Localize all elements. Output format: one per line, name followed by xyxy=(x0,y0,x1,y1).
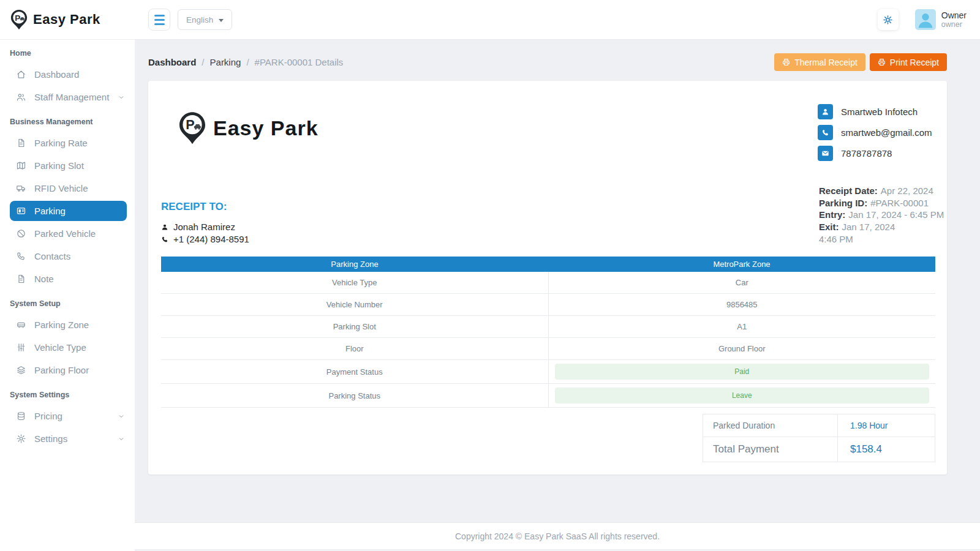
receipt-info-block: Receipt Date:Apr 22, 2024 Parking ID:#PA… xyxy=(819,185,935,246)
thermal-receipt-label: Thermal Receipt xyxy=(794,58,858,67)
chevron-down-icon xyxy=(118,413,125,420)
receipt-brand-name: Easy Park xyxy=(213,116,318,140)
sidebar-item-label: Parking Slot xyxy=(34,160,84,171)
person-icon xyxy=(818,104,833,119)
summary-value: $158.4 xyxy=(838,437,935,462)
breadcrumb: Dashboard / Parking / #PARK-00001 Detail… xyxy=(148,57,343,67)
language-dropdown[interactable]: English xyxy=(178,9,232,30)
sidebar-item-parking-zone[interactable]: Parking Zone xyxy=(0,313,135,336)
sidebar-item-label: Staff Management xyxy=(34,92,109,102)
entry-row: Entry:Jan 17, 2024 - 6:45 PM xyxy=(819,209,935,221)
exit-row: Exit:Jan 17, 2024 xyxy=(819,221,935,233)
printer-icon xyxy=(782,58,790,66)
pin-letter: P xyxy=(186,117,194,132)
sidebar-item-parking-slot[interactable]: Parking Slot xyxy=(0,154,135,177)
sidebar-item-note[interactable]: Note xyxy=(0,268,135,290)
caret-down-icon xyxy=(219,19,224,22)
row-value: A1 xyxy=(548,316,935,338)
company-phone: 7878787878 xyxy=(841,148,892,159)
breadcrumb-dashboard[interactable]: Dashboard xyxy=(148,57,196,67)
breadcrumb-parking[interactable]: Parking xyxy=(210,57,241,67)
table-row: Vehicle Number 9856485 xyxy=(161,294,935,316)
chevron-down-icon xyxy=(118,94,125,101)
user-avatar[interactable] xyxy=(915,9,936,30)
summary-value: 1.98 Hour xyxy=(838,414,935,437)
user-name: Owner xyxy=(941,10,967,20)
exit-time-line: 4:46 PM xyxy=(819,233,935,246)
printer-icon xyxy=(878,58,886,66)
table-row: Parking Slot A1 xyxy=(161,316,935,338)
customer-name-row: Jonah Ramirez xyxy=(161,221,249,233)
row-label: Vehicle Number xyxy=(161,294,548,316)
info-value: Jan 17, 2024 xyxy=(842,222,895,232)
row-value: 9856485 xyxy=(548,294,935,316)
sidebar-item-contacts[interactable]: Contacts xyxy=(0,245,135,268)
easy-park-pin-icon: P xyxy=(10,9,28,31)
receipt-to-block: RECEIPT TO: Jonah Ramirez +1 (244) 894-8… xyxy=(161,201,249,246)
copyright-text: Copyright 2024 © Easy Park SaaS All righ… xyxy=(455,531,660,541)
parking-status-badge: Leave xyxy=(555,388,930,403)
brand-logo[interactable]: P Easy Park xyxy=(0,0,135,40)
sidebar-item-vehicle-type[interactable]: Vehicle Type xyxy=(0,336,135,359)
menu-toggle-button[interactable] xyxy=(148,9,170,31)
row-label: Vehicle Type xyxy=(161,272,548,294)
sidebar-item-label: Parking Rate xyxy=(34,138,88,148)
sidebar-heading-system-setup: System Setup xyxy=(0,290,135,313)
print-receipt-button[interactable]: Print Receipt xyxy=(870,53,947,71)
gear-icon xyxy=(16,433,26,444)
row-label: Parking Status xyxy=(161,384,548,408)
sidebar-item-settings[interactable]: Settings xyxy=(0,427,135,450)
sidebar-item-parked-vehicle[interactable]: Parked Vehicle xyxy=(0,222,135,245)
customer-name: Jonah Ramirez xyxy=(173,221,235,233)
person-icon xyxy=(161,223,168,231)
receipt-to-heading: RECEIPT TO: xyxy=(161,201,249,213)
info-value: 4:46 PM xyxy=(819,234,853,244)
easy-park-pin-icon: P xyxy=(178,110,207,146)
layers-icon xyxy=(16,365,26,375)
envelope-icon xyxy=(818,146,833,161)
sliders-icon xyxy=(16,342,26,353)
home-icon xyxy=(16,69,26,80)
print-receipt-label: Print Receipt xyxy=(890,58,939,67)
language-label: English xyxy=(186,15,213,24)
sidebar-item-parking-floor[interactable]: Parking Floor xyxy=(0,359,135,381)
payment-status-badge: Paid xyxy=(555,364,930,380)
table-header-zone-label: Parking Zone xyxy=(161,257,548,272)
summary-label: Parked Duration xyxy=(703,414,838,437)
row-value: Car xyxy=(548,272,935,294)
settings-button[interactable] xyxy=(878,9,899,30)
car-zone-icon xyxy=(16,320,26,330)
phone-icon xyxy=(818,125,833,140)
user-meta: Owner owner xyxy=(941,10,967,29)
customer-phone: +1 (244) 894-8591 xyxy=(173,233,249,246)
sidebar-item-label: Vehicle Type xyxy=(34,342,86,353)
user-role: owner xyxy=(941,20,967,29)
sidebar-item-rfid-vehicle[interactable]: RFID Vehicle xyxy=(0,177,135,200)
company-name: Smartweb Infotech xyxy=(841,107,918,117)
chevron-down-icon xyxy=(118,435,125,443)
sidebar: P Easy Park Home Dashboard Staff Managem… xyxy=(0,0,135,551)
info-value: #PARK-00001 xyxy=(870,198,929,208)
sidebar-item-label: Contacts xyxy=(34,251,70,261)
sidebar-item-pricing[interactable]: Pricing xyxy=(0,405,135,427)
sidebar-item-label: Pricing xyxy=(34,411,62,421)
info-label: Entry: xyxy=(819,209,845,220)
thermal-receipt-button[interactable]: Thermal Receipt xyxy=(774,53,865,71)
receipt-card: P Easy Park Smartweb Infotech xyxy=(148,81,947,474)
company-contact-list: Smartweb Infotech smartweb@gmail.com 787… xyxy=(818,104,935,161)
sidebar-heading-business-management: Business Management xyxy=(0,108,135,132)
sidebar-item-parking[interactable]: Parking xyxy=(10,201,127,221)
receipt-date-row: Receipt Date:Apr 22, 2024 xyxy=(819,185,935,197)
company-email: smartweb@gmail.com xyxy=(841,127,932,138)
company-phone-row: 7878787878 xyxy=(818,146,935,161)
gear-icon xyxy=(883,15,893,25)
sidebar-item-dashboard[interactable]: Dashboard xyxy=(0,63,135,86)
sidebar-item-parking-rate[interactable]: Parking Rate xyxy=(0,132,135,154)
sidebar-item-label: Settings xyxy=(34,433,67,444)
company-name-row: Smartweb Infotech xyxy=(818,104,935,119)
topbar: English Owner owner xyxy=(135,0,980,40)
receipt-brand-logo: P Easy Park xyxy=(178,110,318,146)
sidebar-item-staff-management[interactable]: Staff Management xyxy=(0,86,135,108)
row-value: Ground Floor xyxy=(548,338,935,360)
row-label: Parking Slot xyxy=(161,316,548,338)
